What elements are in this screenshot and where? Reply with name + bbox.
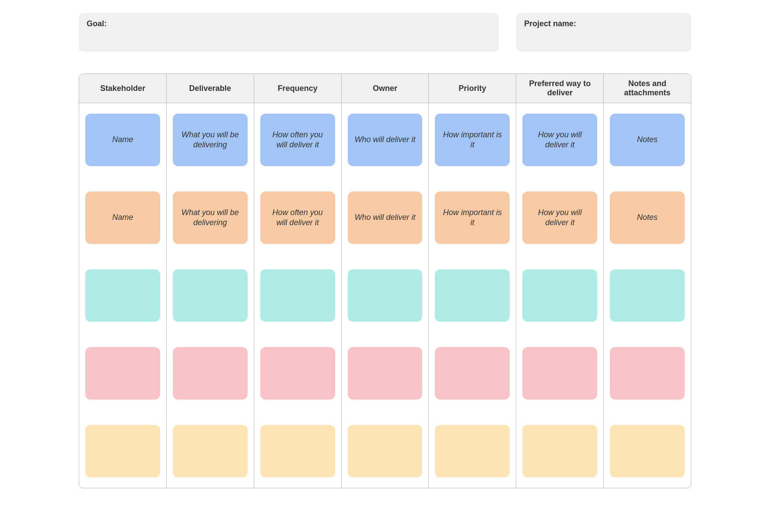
col-header-stakeholder: Stakeholder bbox=[79, 74, 167, 103]
matrix-card[interactable]: How often you will deliver it bbox=[260, 191, 335, 244]
matrix-col: Who will deliver itWho will deliver it bbox=[342, 103, 429, 488]
matrix-card-text: How you will deliver it bbox=[528, 208, 591, 228]
matrix-card[interactable]: How you will deliver it bbox=[522, 114, 597, 166]
matrix-card[interactable]: Name bbox=[85, 191, 160, 244]
project-name-box[interactable]: Project name: bbox=[516, 13, 691, 52]
matrix-card[interactable] bbox=[85, 347, 160, 400]
matrix-card[interactable]: Notes bbox=[610, 114, 685, 166]
matrix-card-text: How important is it bbox=[441, 208, 504, 228]
matrix-card[interactable]: What you will be delivering bbox=[173, 114, 248, 166]
matrix-card-text: Name bbox=[112, 135, 133, 145]
matrix-card[interactable] bbox=[522, 269, 597, 322]
matrix-card[interactable] bbox=[260, 269, 335, 322]
matrix-card[interactable] bbox=[610, 269, 685, 322]
matrix-card-text: How often you will deliver it bbox=[266, 130, 329, 150]
matrix-card[interactable] bbox=[173, 347, 248, 400]
matrix-header-row: Stakeholder Deliverable Frequency Owner … bbox=[79, 74, 691, 103]
matrix-card[interactable]: Notes bbox=[610, 191, 685, 244]
project-name-label: Project name: bbox=[524, 19, 576, 28]
matrix-card[interactable] bbox=[435, 269, 510, 322]
goal-box[interactable]: Goal: bbox=[79, 13, 499, 52]
matrix-card[interactable] bbox=[348, 347, 423, 400]
goal-label: Goal: bbox=[87, 19, 107, 28]
matrix-card[interactable] bbox=[522, 425, 597, 477]
matrix-card-text: How important is it bbox=[441, 130, 504, 150]
template-canvas: Goal: Project name: Stakeholder Delivera… bbox=[0, 0, 770, 532]
matrix-card[interactable] bbox=[85, 425, 160, 477]
col-header-priority: Priority bbox=[429, 74, 516, 103]
col-header-frequency: Frequency bbox=[254, 74, 342, 103]
matrix-card-text: Who will deliver it bbox=[354, 135, 415, 145]
col-header-deliverable: Deliverable bbox=[167, 74, 254, 103]
matrix-card[interactable]: How important is it bbox=[435, 191, 510, 244]
matrix-card[interactable]: Name bbox=[85, 114, 160, 166]
matrix-col: NameName bbox=[79, 103, 167, 488]
matrix-card[interactable] bbox=[610, 425, 685, 477]
matrix-card[interactable] bbox=[348, 269, 423, 322]
matrix-card[interactable]: Who will deliver it bbox=[348, 191, 423, 244]
matrix-col: How you will deliver itHow you will deli… bbox=[516, 103, 604, 488]
matrix-col: How often you will deliver itHow often y… bbox=[254, 103, 342, 488]
matrix-card[interactable] bbox=[522, 347, 597, 400]
matrix-card-text: What you will be delivering bbox=[179, 208, 242, 228]
matrix-card[interactable] bbox=[435, 347, 510, 400]
matrix-card-text: Notes bbox=[637, 212, 658, 223]
matrix-card[interactable] bbox=[348, 425, 423, 477]
communication-matrix: Stakeholder Deliverable Frequency Owner … bbox=[79, 73, 691, 488]
matrix-card[interactable] bbox=[85, 269, 160, 322]
matrix-card[interactable] bbox=[260, 425, 335, 477]
matrix-card-text: Who will deliver it bbox=[354, 212, 415, 223]
matrix-card-text: Notes bbox=[637, 135, 658, 145]
matrix-card[interactable] bbox=[173, 269, 248, 322]
matrix-col: NotesNotes bbox=[604, 103, 691, 488]
matrix-card[interactable] bbox=[260, 347, 335, 400]
matrix-card-text: How you will deliver it bbox=[528, 130, 591, 150]
matrix-card[interactable] bbox=[173, 425, 248, 477]
matrix-card-text: Name bbox=[112, 212, 133, 223]
matrix-col: How important is itHow important is it bbox=[429, 103, 516, 488]
matrix-body: NameNameWhat you will be deliveringWhat … bbox=[79, 103, 691, 488]
matrix-card[interactable]: Who will deliver it bbox=[348, 114, 423, 166]
col-header-notes: Notes and attachments bbox=[604, 74, 691, 103]
col-header-preferred-way: Preferred way to deliver bbox=[516, 74, 604, 103]
matrix-card-text: How often you will deliver it bbox=[266, 208, 329, 228]
matrix-card[interactable] bbox=[435, 425, 510, 477]
matrix-card[interactable]: What you will be delivering bbox=[173, 191, 248, 244]
col-header-owner: Owner bbox=[342, 74, 429, 103]
matrix-card[interactable]: How often you will deliver it bbox=[260, 114, 335, 166]
matrix-card[interactable]: How you will deliver it bbox=[522, 191, 597, 244]
matrix-card[interactable]: How important is it bbox=[435, 114, 510, 166]
top-meta-row: Goal: Project name: bbox=[79, 13, 691, 52]
matrix-card[interactable] bbox=[610, 347, 685, 400]
matrix-card-text: What you will be delivering bbox=[179, 130, 242, 150]
matrix-col: What you will be deliveringWhat you will… bbox=[167, 103, 254, 488]
